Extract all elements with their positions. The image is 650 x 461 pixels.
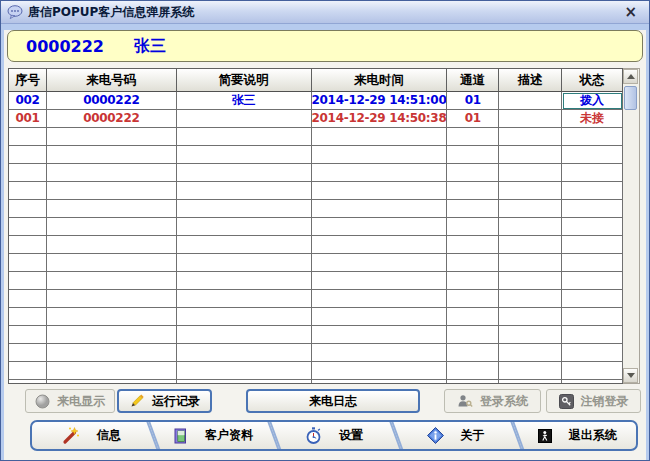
tab-settings[interactable]: 设置 <box>275 422 393 449</box>
cell[interactable] <box>177 110 312 128</box>
tab-about[interactable]: 关于 <box>397 422 515 449</box>
cell[interactable]: 01 <box>447 92 499 110</box>
column-header-0[interactable]: 序号 <box>9 69 47 92</box>
cell-empty <box>447 146 499 164</box>
cell-empty <box>312 218 448 236</box>
cell-empty <box>312 326 448 344</box>
info-diamond-icon <box>427 427 444 444</box>
cell-empty <box>499 182 562 200</box>
cell-empty <box>447 344 499 362</box>
cell-empty <box>312 272 448 290</box>
cell-empty <box>499 326 562 344</box>
cell[interactable] <box>499 110 562 128</box>
cell-empty <box>9 326 47 344</box>
column-header-6[interactable]: 状态 <box>562 69 623 92</box>
column-header-1[interactable]: 来电号码 <box>47 69 177 92</box>
cell-empty <box>312 344 448 362</box>
logout-button[interactable]: 注销登录 <box>546 389 641 413</box>
cell[interactable]: 2014-12-29 14:50:38 <box>312 110 448 128</box>
column-header-2[interactable]: 简要说明 <box>177 69 312 92</box>
cell-empty <box>499 254 562 272</box>
login-button-label: 登录系统 <box>480 393 528 410</box>
cell[interactable]: 拨入 <box>562 92 623 110</box>
run-log-button[interactable]: 运行记录 <box>117 389 212 413</box>
cell-empty <box>9 218 47 236</box>
vertical-scrollbar[interactable] <box>623 68 640 384</box>
cell-empty <box>562 182 623 200</box>
cell-empty <box>562 362 623 380</box>
cell-empty <box>177 362 312 380</box>
call-log-button[interactable]: 来电日志 <box>246 389 420 413</box>
cell-empty <box>47 146 177 164</box>
cell-empty <box>447 362 499 380</box>
cell-empty <box>177 380 312 384</box>
cell[interactable]: 张三 <box>177 92 312 110</box>
cell-empty <box>312 380 448 384</box>
cell-empty <box>562 290 623 308</box>
scrollbar-thumb[interactable] <box>624 86 637 110</box>
cell[interactable]: 01 <box>447 110 499 128</box>
user-key-icon <box>457 394 473 408</box>
cell-empty <box>447 290 499 308</box>
table-row[interactable]: 0020000222张三2014-12-29 14:51:0001拨入 <box>9 92 623 110</box>
tab-exit-system[interactable]: 退出系统 <box>518 422 636 449</box>
table-body: 0020000222张三2014-12-29 14:51:0001拨入00100… <box>9 92 623 384</box>
cell[interactable]: 002 <box>9 92 47 110</box>
cell-empty <box>9 272 47 290</box>
cell-empty <box>562 254 623 272</box>
tab-customer-data[interactable]: 客户资料 <box>154 422 272 449</box>
tab-exit-system-label: 退出系统 <box>569 427 617 444</box>
cell[interactable] <box>499 92 562 110</box>
cell-empty <box>9 182 47 200</box>
scrollbar-up-button[interactable] <box>623 69 638 84</box>
table-row[interactable]: 00100002222014-12-29 14:50:3801未接 <box>9 110 623 128</box>
caller-banner: 0000222 张三 <box>7 30 643 62</box>
cell[interactable]: 0000222 <box>47 92 177 110</box>
login-button[interactable]: 登录系统 <box>444 389 541 413</box>
magic-wand-icon <box>61 426 80 445</box>
cell-empty <box>312 128 448 146</box>
key-icon <box>559 394 574 409</box>
close-icon[interactable]: × <box>620 5 641 20</box>
table-row-empty <box>9 308 623 326</box>
cell-empty <box>499 308 562 326</box>
cell[interactable]: 001 <box>9 110 47 128</box>
run-log-button-label: 运行记录 <box>152 393 200 410</box>
column-header-3[interactable]: 来电时间 <box>312 69 448 92</box>
table-row-empty <box>9 326 623 344</box>
column-header-5[interactable]: 描述 <box>499 69 562 92</box>
cell-empty <box>447 272 499 290</box>
cell-empty <box>9 308 47 326</box>
table-row-empty <box>9 272 623 290</box>
stopwatch-icon <box>305 427 322 445</box>
cell-empty <box>47 380 177 384</box>
cell-empty <box>447 326 499 344</box>
cell-empty <box>562 326 623 344</box>
caller-name: 张三 <box>134 36 166 57</box>
cell[interactable]: 0000222 <box>47 110 177 128</box>
cell-empty <box>47 128 177 146</box>
cell-empty <box>499 164 562 182</box>
cell-empty <box>312 290 448 308</box>
caller-display-button-label: 来电显示 <box>57 393 105 410</box>
tab-info[interactable]: 信息 <box>32 422 150 449</box>
action-button-row: 来电显示运行记录来电日志登录系统注销登录 <box>8 388 642 414</box>
cell-empty <box>47 326 177 344</box>
cell-empty <box>499 362 562 380</box>
cell-empty <box>177 218 312 236</box>
tab-bar: 信息客户资料设置关于退出系统 <box>30 420 638 451</box>
globe-icon <box>35 394 50 409</box>
cell-empty <box>312 308 448 326</box>
cell-empty <box>499 290 562 308</box>
speech-bubble-icon <box>7 5 23 20</box>
cell-empty <box>177 290 312 308</box>
caller-display-button[interactable]: 来电显示 <box>25 389 115 413</box>
title-bar[interactable]: 唐信POPUP客户信息弹屏系统 × <box>1 1 649 24</box>
cell[interactable]: 未接 <box>562 110 623 128</box>
cell-empty <box>499 200 562 218</box>
scrollbar-down-button[interactable] <box>623 368 638 383</box>
window-content: 0000222 张三 序号来电号码简要说明来电时间通道描述状态 00200002… <box>4 30 646 461</box>
column-header-4[interactable]: 通道 <box>447 69 499 92</box>
cell[interactable]: 2014-12-29 14:51:00 <box>312 92 448 110</box>
cell-empty <box>177 326 312 344</box>
